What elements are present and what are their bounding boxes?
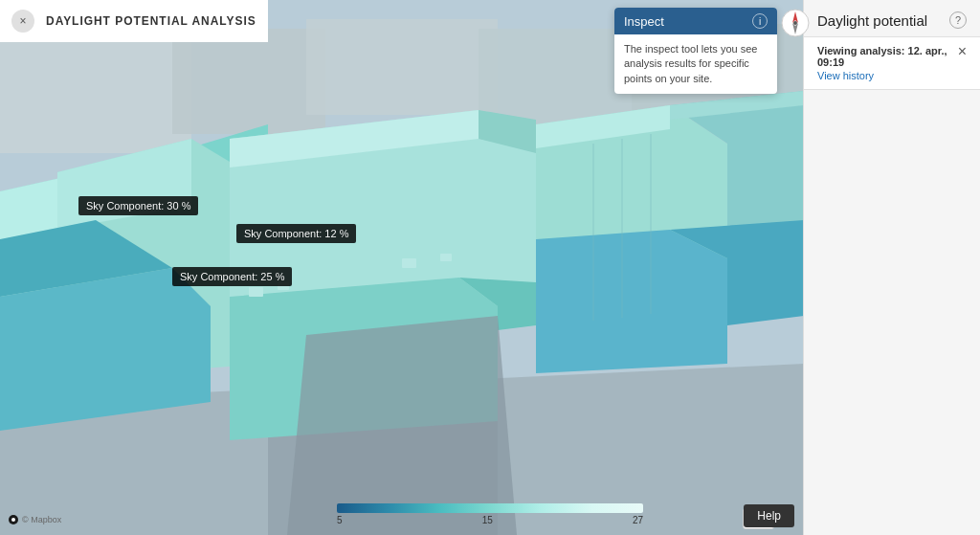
color-scale: 5 15 27	[337, 503, 643, 525]
svg-marker-22	[536, 230, 727, 373]
inspect-info-icon[interactable]: i	[752, 13, 768, 29]
right-panel: Daylight potential ? Viewing analysis: 1…	[803, 0, 980, 535]
inspect-tooltip: Inspect i The inspect tool lets you see …	[614, 8, 777, 94]
inspect-header: Inspect i	[614, 8, 777, 34]
inspect-body: The inspect tool lets you see analysis r…	[614, 34, 777, 94]
panel-help-icon[interactable]: ?	[949, 11, 967, 29]
viewing-analysis-content: Viewing analysis: 12. apr., 09:19 View h…	[817, 45, 958, 81]
sky-label-30: Sky Component: 30 %	[78, 196, 198, 215]
sky-label-25: Sky Component: 25 %	[172, 267, 292, 286]
close-icon: ×	[19, 14, 26, 28]
scale-label-15: 15	[482, 515, 493, 525]
page-title: DAYLIGHT POTENTIAL ANALYSIS	[46, 14, 256, 28]
svg-marker-13	[0, 268, 211, 431]
help-button[interactable]: Help	[744, 504, 794, 527]
scale-label-5: 5	[337, 515, 343, 525]
viewing-analysis-bar: Viewing analysis: 12. apr., 09:19 View h…	[804, 36, 980, 90]
svg-marker-33	[287, 316, 517, 535]
sky-label-12: Sky Component: 12 %	[236, 224, 356, 243]
svg-rect-1	[0, 38, 191, 153]
view-history-link[interactable]: View history	[817, 70, 958, 81]
top-bar: × DAYLIGHT POTENTIAL ANALYSIS	[0, 0, 268, 42]
close-button[interactable]: ×	[11, 10, 34, 33]
svg-point-39	[11, 518, 15, 522]
svg-rect-28	[402, 258, 416, 268]
scale-labels: 5 15 27	[337, 515, 643, 525]
mapbox-logo: © Mapbox	[8, 514, 61, 525]
compass-icon[interactable]	[780, 8, 811, 38]
panel-close-button[interactable]: ×	[958, 43, 967, 60]
svg-rect-3	[306, 19, 498, 115]
inspect-title: Inspect	[624, 14, 664, 29]
svg-rect-29	[440, 254, 452, 261]
viewing-analysis-label: Viewing analysis: 12. apr., 09:19	[817, 45, 958, 68]
scale-bar	[337, 503, 643, 513]
panel-title: Daylight potential	[817, 12, 927, 29]
svg-rect-2	[172, 29, 325, 134]
svg-point-37	[793, 21, 797, 25]
right-panel-header: Daylight potential ?	[804, 0, 980, 36]
svg-rect-26	[249, 287, 263, 297]
scale-label-27: 27	[633, 515, 643, 525]
